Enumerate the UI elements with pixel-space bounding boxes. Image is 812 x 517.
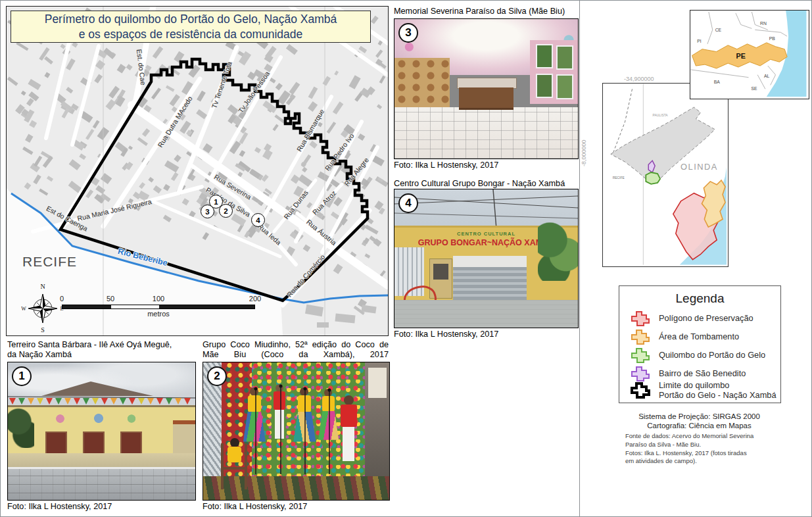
olinda-coord-top: -34,900000 [624,76,654,82]
compass-s: S [41,326,45,333]
photo-decor [453,256,527,300]
legend-swatch-sao-benedito [630,365,651,383]
photo-decor [8,395,195,406]
scale-tick: 100 [153,295,164,303]
photo-decor [203,362,389,500]
legend-item: Polígono de Preservação [630,310,753,328]
caption-line: Terreiro Santa Bárbara - Ilê Axé Oyá Meg… [7,340,195,350]
legend-item: Área de Tombamento [630,328,739,346]
caption-line: da Nação Xambá [7,350,195,360]
legend-swatch-tombamento [630,328,651,346]
legend-label-line: Limite do quilombo [659,381,776,391]
brazil-inset-canvas: PI CE RN PB PE BA AL SE [690,11,807,97]
photo-decor [8,467,195,501]
scale-tick: 200 [249,295,261,303]
map-title-line2: e os espaços de resistência da comunidad… [11,27,370,42]
legend-swatch-limite [630,382,651,399]
photo-coco: 2 [203,362,390,501]
photo-memorial: 3 [394,18,579,159]
photo-credit-memorial: Foto: Ilka L Hostensky, 2017 [394,160,498,170]
photo-caption-memorial: Memorial Severina Paraíso da Silva (Mãe … [394,7,577,16]
photo-number-badge: 1 [12,366,32,386]
photo-number-badge: 4 [398,193,418,213]
scale-unit: metros [147,310,170,318]
photo-terreiro: 1 [7,362,196,501]
compass-w: W [21,306,26,312]
map-marker-3: 3 [201,205,214,218]
olinda-map-canvas: OLINDA PAULISTA RECIFE [603,84,727,265]
photo-decor [394,300,578,328]
caption-line: Grupo Coco Miudinho, 52ª edição do Coco … [203,340,389,350]
main-map-panel: Est. do Cae Rua Dutra MAcedo Tv Tenente … [6,6,389,336]
legend-title: Legenda [619,291,780,306]
photo-credit-centro: Foto: Ilka L Hostensky, 2017 [394,330,498,339]
olinda-inset-map: OLINDA PAULISTA RECIFE [602,83,728,267]
state-label-pe: PE [736,52,746,60]
credit-cartography: Cartografia: Ciência em Mapas [619,422,780,430]
state-label-ba: BA [714,80,721,84]
photo-decor [8,404,34,448]
state-label-al: AL [764,74,770,78]
photo-caption-coco: Grupo Coco Miudinho, 52ª edição do Coco … [203,340,389,360]
photo-decor [394,58,450,111]
map-marker-4: 4 [251,213,265,227]
quilombo-portao-do-gelo [646,172,660,184]
photo-decor [394,107,578,159]
northeast-brazil-inset: PI CE RN PB PE BA AL SE [690,10,809,99]
legend-item: Limite do quilombo Portão do Gelo - Naçã… [630,381,776,400]
map-title-line1: Perímetro do quilombo do Portão do Gelo,… [11,12,370,27]
legend-item: Quilombo do Portão do Gelo [630,347,765,364]
map-marker-2: 2 [219,204,233,218]
legend-swatch-quilombo [630,347,651,364]
compass-n: N [40,283,45,290]
state-label-se: SE [751,86,757,91]
photo-caption-centro: Centro Cultural Grupo Bongar - Nação Xam… [394,179,577,189]
caption-line: Mãe Biu (Coco da Xambá), 2017 [203,350,389,360]
scale-tick: 50 [107,295,114,303]
legend-item-label: Quilombo do Portão do Gelo [659,351,765,360]
photo-number-badge: 2 [207,366,227,386]
photo-number-badge: 3 [398,23,418,43]
area-tombamento [702,180,725,227]
photo-caption-terreiro: Terreiro Santa Bárbara - Ilê Axé Oyá Meg… [7,340,195,360]
column-divider [579,1,580,517]
state-label-rn: RN [760,21,767,26]
scale-bar: 0 50 100 200 metros [62,295,259,317]
scale-tick: 0 [60,295,64,303]
credit-data-source: Fonte de dados: Acervo do Memorial Sever… [625,432,757,449]
photo-decor [41,382,153,396]
photo-decor [459,87,514,110]
photo-decor [8,453,195,467]
legend-item-label: Área de Tombamento [659,332,739,342]
state-label-pb: PB [769,36,776,41]
compass-rose: N S W E [21,281,64,333]
olinda-coord-left: -8,000000 [581,139,587,166]
legend-item-label: Limite do quilombo Portão do Gelo - Naçã… [659,381,776,400]
scale-bar-segments [62,305,255,309]
photo-credit-terreiro: Foto: Ilka L Hostensky, 2017 [7,502,112,511]
map-title: Perímetro do quilombo do Portão do Gelo,… [11,11,371,43]
map-layout-page: Est. do Cae Rua Dutra MAcedo Tv Tenente … [0,0,812,517]
recife-small-label: RECIFE [613,176,625,180]
recife-label: RECIFE [22,254,77,270]
credit-photos-note: Fotos: Ilka L. Hostensky, 2017 (fotos ti… [625,449,757,466]
credit-projection: Sistema de Projeção: SIRGAS 2000 [619,412,780,420]
olinda-label: OLINDA [681,162,718,172]
photo-decor [530,40,578,105]
state-label-pi: PI [697,39,702,43]
state-label-ce: CE [715,28,722,32]
photo-centro: CENTRO CULTURAL GRUPO BONGAR~NAÇÃO XAMBÁ… [394,189,579,328]
legend-item-label: Polígono de Preservação [659,314,753,324]
credit-sources: Fonte de dados: Acervo do Memorial Sever… [625,432,757,466]
legend-swatch-preservacao [630,310,651,328]
legend-panel: Legenda Polígono de Preservação Área de … [619,285,781,403]
legend-label-line: Portão do Gelo - Nação Xambá [659,391,776,401]
photo-decor [538,222,578,280]
legend-item-label: Bairro de São Benedito [659,369,746,379]
paulista-label: PAULISTA [653,114,669,117]
photo-credit-coco: Foto: Ilka L Hostensky, 2017 [203,502,307,511]
